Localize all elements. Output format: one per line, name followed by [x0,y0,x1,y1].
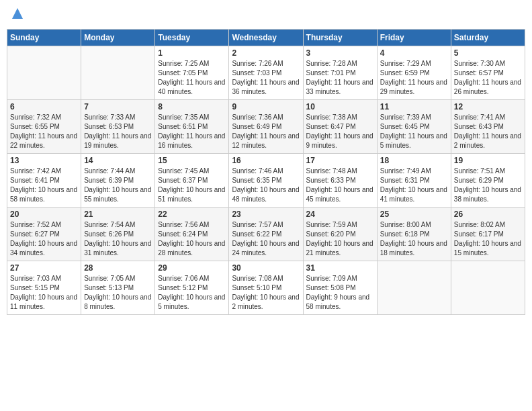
day-number: 26 [454,210,522,219]
calendar-cell: 28Sunrise: 7:05 AMSunset: 5:13 PMDayligh… [81,261,155,315]
day-info: Sunrise: 7:49 AMSunset: 6:31 PMDaylight:… [380,167,448,204]
calendar-cell: 21Sunrise: 7:54 AMSunset: 6:26 PMDayligh… [81,208,155,261]
day-info: Sunrise: 7:54 AMSunset: 6:26 PMDaylight:… [84,220,152,258]
day-number: 21 [84,210,152,219]
calendar-cell [81,46,155,100]
weekday-saturday: Saturday [451,30,525,46]
day-info: Sunrise: 7:26 AMSunset: 7:03 PMDaylight:… [232,59,300,97]
calendar-cell [451,261,525,315]
day-info: Sunrise: 7:42 AMSunset: 6:41 PMDaylight:… [10,167,78,204]
day-info: Sunrise: 7:06 AMSunset: 5:12 PMDaylight:… [158,274,226,312]
calendar-cell: 7Sunrise: 7:33 AMSunset: 6:53 PMDaylight… [81,100,155,154]
day-number: 6 [10,102,78,111]
calendar-cell: 13Sunrise: 7:42 AMSunset: 6:41 PMDayligh… [7,154,81,208]
day-number: 2 [232,48,300,58]
calendar-cell: 11Sunrise: 7:39 AMSunset: 6:45 PMDayligh… [377,100,451,154]
day-info: Sunrise: 7:39 AMSunset: 6:45 PMDaylight:… [380,113,448,150]
weekday-monday: Monday [81,30,155,46]
day-info: Sunrise: 7:45 AMSunset: 6:37 PMDaylight:… [158,167,226,204]
calendar-cell: 24Sunrise: 7:59 AMSunset: 6:20 PMDayligh… [303,208,377,261]
weekday-friday: Friday [377,30,451,46]
calendar-cell: 15Sunrise: 7:45 AMSunset: 6:37 PMDayligh… [155,154,229,208]
calendar-cell: 12Sunrise: 7:41 AMSunset: 6:43 PMDayligh… [451,100,525,154]
calendar-cell: 31Sunrise: 7:09 AMSunset: 5:08 PMDayligh… [303,261,377,315]
weekday-tuesday: Tuesday [155,30,229,46]
page-header [7,7,525,24]
day-info: Sunrise: 7:08 AMSunset: 5:10 PMDaylight:… [232,274,300,312]
calendar-cell: 23Sunrise: 7:57 AMSunset: 6:22 PMDayligh… [229,208,303,261]
day-number: 3 [306,48,374,58]
day-number: 12 [454,102,522,111]
day-number: 18 [380,156,448,165]
calendar-cell: 26Sunrise: 8:02 AMSunset: 6:17 PMDayligh… [451,208,525,261]
calendar-cell: 6Sunrise: 7:32 AMSunset: 6:55 PMDaylight… [7,100,81,154]
calendar-cell: 22Sunrise: 7:56 AMSunset: 6:24 PMDayligh… [155,208,229,261]
calendar-cell: 20Sunrise: 7:52 AMSunset: 6:27 PMDayligh… [7,208,81,261]
day-number: 19 [454,156,522,165]
day-number: 20 [10,210,78,219]
day-number: 23 [232,210,300,219]
calendar-cell: 27Sunrise: 7:03 AMSunset: 5:15 PMDayligh… [7,261,81,315]
day-info: Sunrise: 7:35 AMSunset: 6:51 PMDaylight:… [158,113,226,150]
calendar-week-5: 27Sunrise: 7:03 AMSunset: 5:15 PMDayligh… [7,261,525,315]
day-number: 7 [84,102,152,111]
day-number: 28 [84,263,152,273]
day-info: Sunrise: 8:02 AMSunset: 6:17 PMDaylight:… [454,220,522,258]
day-info: Sunrise: 8:00 AMSunset: 6:18 PMDaylight:… [380,220,448,258]
day-number: 31 [306,263,374,273]
weekday-sunday: Sunday [7,30,81,46]
day-info: Sunrise: 7:51 AMSunset: 6:29 PMDaylight:… [454,167,522,204]
day-info: Sunrise: 7:57 AMSunset: 6:22 PMDaylight:… [232,220,300,258]
calendar-table: SundayMondayTuesdayWednesdayThursdayFrid… [7,29,525,315]
day-number: 14 [84,156,152,165]
calendar-cell: 4Sunrise: 7:29 AMSunset: 6:59 PMDaylight… [377,46,451,100]
calendar-cell: 30Sunrise: 7:08 AMSunset: 5:10 PMDayligh… [229,261,303,315]
day-info: Sunrise: 7:03 AMSunset: 5:15 PMDaylight:… [10,274,78,312]
calendar-cell: 10Sunrise: 7:38 AMSunset: 6:47 PMDayligh… [303,100,377,154]
calendar-cell: 16Sunrise: 7:46 AMSunset: 6:35 PMDayligh… [229,154,303,208]
calendar-cell: 19Sunrise: 7:51 AMSunset: 6:29 PMDayligh… [451,154,525,208]
calendar-cell: 8Sunrise: 7:35 AMSunset: 6:51 PMDaylight… [155,100,229,154]
day-info: Sunrise: 7:56 AMSunset: 6:24 PMDaylight:… [158,220,226,258]
day-number: 29 [158,263,226,273]
day-info: Sunrise: 7:36 AMSunset: 6:49 PMDaylight:… [232,113,300,150]
calendar-cell: 17Sunrise: 7:48 AMSunset: 6:33 PMDayligh… [303,154,377,208]
day-info: Sunrise: 7:44 AMSunset: 6:39 PMDaylight:… [84,167,152,204]
day-number: 27 [10,263,78,273]
day-number: 16 [232,156,300,165]
day-info: Sunrise: 7:28 AMSunset: 7:01 PMDaylight:… [306,59,374,97]
day-number: 1 [158,48,226,58]
day-number: 5 [454,48,522,58]
day-info: Sunrise: 7:29 AMSunset: 6:59 PMDaylight:… [380,59,448,97]
weekday-thursday: Thursday [303,30,377,46]
day-info: Sunrise: 7:59 AMSunset: 6:20 PMDaylight:… [306,220,374,258]
calendar-cell: 5Sunrise: 7:30 AMSunset: 6:57 PMDaylight… [451,46,525,100]
day-info: Sunrise: 7:52 AMSunset: 6:27 PMDaylight:… [10,220,78,258]
day-info: Sunrise: 7:09 AMSunset: 5:08 PMDaylight:… [306,274,374,312]
day-number: 13 [10,156,78,165]
day-number: 25 [380,210,448,219]
calendar-cell: 18Sunrise: 7:49 AMSunset: 6:31 PMDayligh… [377,154,451,208]
calendar-cell: 1Sunrise: 7:25 AMSunset: 7:05 PMDaylight… [155,46,229,100]
calendar-cell [7,46,81,100]
day-number: 22 [158,210,226,219]
calendar-week-4: 20Sunrise: 7:52 AMSunset: 6:27 PMDayligh… [7,208,525,261]
calendar-cell: 29Sunrise: 7:06 AMSunset: 5:12 PMDayligh… [155,261,229,315]
day-info: Sunrise: 7:32 AMSunset: 6:55 PMDaylight:… [10,113,78,150]
day-number: 4 [380,48,448,58]
day-number: 11 [380,102,448,111]
day-number: 8 [158,102,226,111]
day-number: 30 [232,263,300,273]
day-number: 9 [232,102,300,111]
weekday-header-row: SundayMondayTuesdayWednesdayThursdayFrid… [7,30,525,46]
calendar-cell [377,261,451,315]
svg-marker-0 [12,8,23,19]
day-info: Sunrise: 7:25 AMSunset: 7:05 PMDaylight:… [158,59,226,97]
calendar-cell: 3Sunrise: 7:28 AMSunset: 7:01 PMDaylight… [303,46,377,100]
day-info: Sunrise: 7:41 AMSunset: 6:43 PMDaylight:… [454,113,522,150]
calendar-cell: 9Sunrise: 7:36 AMSunset: 6:49 PMDaylight… [229,100,303,154]
day-number: 17 [306,156,374,165]
day-number: 15 [158,156,226,165]
day-info: Sunrise: 7:30 AMSunset: 6:57 PMDaylight:… [454,59,522,97]
calendar-cell: 25Sunrise: 8:00 AMSunset: 6:18 PMDayligh… [377,208,451,261]
